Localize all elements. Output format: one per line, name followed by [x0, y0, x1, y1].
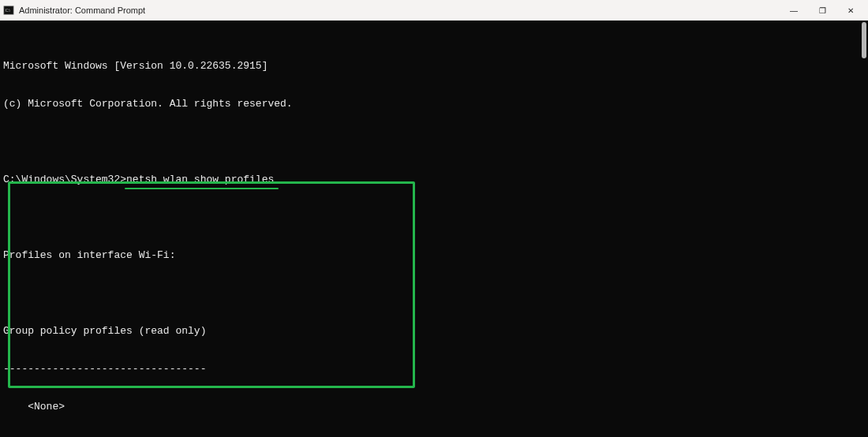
output-line: Group policy profiles (read only): [3, 325, 865, 338]
minimize-button[interactable]: —: [780, 0, 808, 21]
window-controls: — ❐ ✕: [780, 0, 865, 21]
blank-line: [3, 136, 865, 148]
prompt: C:\Windows\System32>: [3, 174, 126, 185]
terminal-area[interactable]: Microsoft Windows [Version 10.0.22635.29…: [0, 21, 868, 437]
typed-command: netsh wlan show profiles: [126, 174, 274, 186]
svg-text:C:\: C:\: [6, 8, 11, 13]
window-title: Administrator: Command Prompt: [19, 6, 780, 15]
blank-line: [3, 211, 865, 224]
cmd-icon: C:\: [3, 5, 14, 16]
maximize-button[interactable]: ❐: [808, 0, 836, 21]
output-line: Profiles on interface Wi-Fi:: [3, 249, 865, 262]
command-line: C:\Windows\System32>netsh wlan show prof…: [3, 174, 865, 186]
output-line: Microsoft Windows [Version 10.0.22635.29…: [3, 60, 865, 73]
close-button[interactable]: ✕: [836, 0, 865, 21]
window-titlebar: C:\ Administrator: Command Prompt — ❐ ✕: [0, 0, 868, 21]
blank-line: [3, 287, 865, 300]
output-line: <None>: [3, 401, 865, 413]
scrollbar-thumb[interactable]: [862, 22, 866, 58]
output-line: ---------------------------------: [3, 363, 865, 375]
output-line: (c) Microsoft Corporation. All rights re…: [3, 98, 865, 110]
